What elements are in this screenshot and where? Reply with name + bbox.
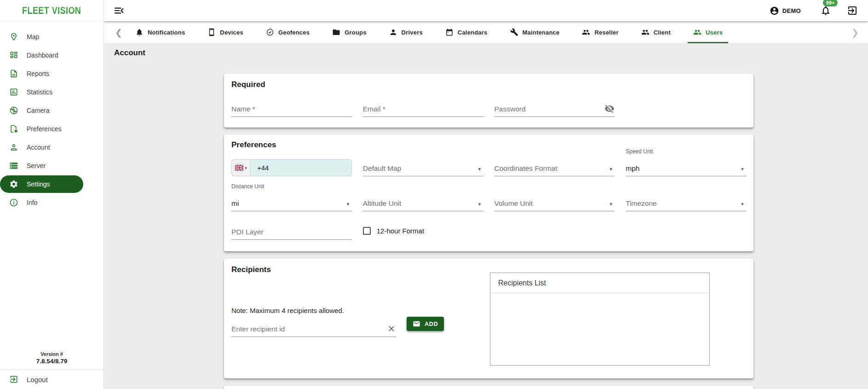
speed-unit-value: mph: [626, 164, 639, 173]
volume-unit-select[interactable]: Volume Unit ▼: [494, 191, 615, 211]
poi-layer-field[interactable]: [231, 221, 352, 240]
recipient-id-field[interactable]: [231, 319, 396, 337]
sidebar-item-label: Server: [27, 162, 46, 169]
topbar-right: DEMO 99+: [770, 5, 858, 16]
notifications-badge: 99+: [823, 0, 838, 6]
sidebar-item-label: Info: [27, 199, 37, 206]
logout-icon: [9, 375, 18, 384]
signout-button[interactable]: [847, 5, 858, 16]
bell-icon: [820, 5, 831, 16]
smartphone-icon: [207, 28, 216, 36]
user-menu[interactable]: DEMO: [770, 6, 801, 16]
recipient-id-input[interactable]: [231, 325, 396, 333]
visibility-off-icon[interactable]: [604, 104, 615, 114]
recipients-card: Recipients Note: Maximum 4 recipients al…: [224, 259, 753, 378]
phone-input[interactable]: [251, 160, 351, 176]
content-area: Account Required: [104, 44, 868, 389]
country-flag-select[interactable]: ▾: [231, 159, 250, 176]
recipients-list: Recipients List: [490, 273, 710, 366]
tab-label: Geofences: [278, 29, 310, 36]
tabbar: ❮ Notifications Devices: [104, 21, 868, 44]
bar-chart-icon: [9, 87, 18, 97]
person-icon: [389, 28, 397, 36]
tabs-scroll-left-icon[interactable]: ❮: [115, 21, 122, 43]
speed-unit-select[interactable]: Speed Unit mph ▼: [626, 156, 746, 176]
sidebar-item-reports[interactable]: Reports: [0, 64, 103, 83]
chevron-down-icon: ▼: [477, 202, 482, 207]
tab-reseller[interactable]: Reseller: [579, 21, 621, 43]
tab-groups[interactable]: Groups: [329, 21, 369, 43]
sidebar-item-label: Account: [27, 144, 50, 151]
distance-unit-value: mi: [231, 199, 239, 208]
recipient-input-row: [231, 319, 396, 337]
default-map-label: Default Map: [363, 164, 402, 173]
tab-calendars[interactable]: Calendars: [443, 21, 490, 43]
version-label: Version #: [0, 351, 103, 357]
distance-unit-label: Distance Unit: [231, 183, 264, 190]
tab-users[interactable]: Users: [690, 21, 725, 43]
tabs-scroll-right-icon[interactable]: ❯: [851, 21, 859, 43]
chevron-down-icon: ▼: [346, 202, 351, 207]
tab-drivers[interactable]: Drivers: [386, 21, 425, 43]
name-input[interactable]: [231, 105, 352, 113]
username: DEMO: [782, 7, 801, 14]
name-field[interactable]: [231, 97, 352, 117]
sidebar-item-label: Preferences: [27, 125, 61, 133]
app-root: FLEET VISION Map Dashboard Reports: [0, 0, 868, 389]
tab-client[interactable]: Client: [638, 21, 673, 43]
add-recipient-button[interactable]: ADD: [407, 317, 444, 331]
sidebar-item-camera[interactable]: Camera: [0, 101, 103, 120]
email-input[interactable]: [363, 105, 483, 113]
add-button-label: ADD: [425, 321, 438, 327]
gear-icon: [9, 180, 18, 189]
default-map-select[interactable]: Default Map ▼: [363, 156, 483, 176]
twelve-hour-checkbox[interactable]: [363, 227, 371, 235]
distance-unit-select[interactable]: Distance Unit mi ▼: [231, 191, 352, 211]
tab-label: Users: [706, 29, 723, 36]
sidebar-item-server[interactable]: Server: [0, 157, 103, 175]
email-field[interactable]: [363, 97, 483, 117]
wrench-icon: [510, 28, 518, 36]
recipients-note: Note: Maximum 4 recipients allowed.: [231, 307, 344, 314]
topbar: DEMO 99+: [104, 0, 868, 21]
password-input[interactable]: [494, 105, 615, 113]
menu-open-icon[interactable]: [113, 5, 125, 17]
brand-logo: FLEET VISION: [22, 5, 81, 17]
altitude-unit-select[interactable]: Altitude Unit ▼: [363, 191, 483, 211]
sidebar-spacer: [0, 212, 103, 351]
sidebar-item-dashboard[interactable]: Dashboard: [0, 46, 103, 64]
password-field[interactable]: [494, 97, 615, 117]
tab-label: Notifications: [148, 29, 185, 36]
phone-field: ▾: [231, 159, 352, 176]
altitude-unit-label: Altitude Unit: [363, 199, 402, 208]
info-circle-icon: [9, 198, 18, 207]
uk-flag-icon: [235, 165, 243, 171]
sidebar-item-label: Reports: [27, 70, 49, 77]
chevron-down-icon: ▼: [740, 167, 745, 172]
notifications-button[interactable]: 99+: [820, 5, 831, 16]
poi-layer-input[interactable]: [231, 228, 352, 236]
map-pin-icon: [9, 32, 18, 41]
sidebar-item-map[interactable]: Map: [0, 28, 103, 46]
required-card-title: Required: [231, 80, 746, 89]
dashboard-grid-icon: [9, 51, 18, 60]
logout-button[interactable]: Logout: [0, 370, 103, 389]
document-gear-icon: [9, 124, 18, 134]
sidebar-item-settings[interactable]: Settings: [0, 175, 83, 193]
report-document-icon: [9, 69, 18, 78]
sidebar-item-statistics[interactable]: Statistics: [0, 83, 103, 101]
sidebar-item-account[interactable]: Account: [0, 138, 103, 157]
timezone-select[interactable]: Timezone ▼: [626, 191, 746, 211]
tab-notifications[interactable]: Notifications: [132, 21, 188, 43]
tab-geofences[interactable]: Geofences: [263, 21, 312, 43]
folder-icon: [332, 28, 340, 36]
coordinates-format-select[interactable]: Coordinates Format ▼: [494, 156, 615, 176]
sidebar-item-preferences[interactable]: Preferences: [0, 120, 103, 138]
clear-icon[interactable]: [387, 324, 396, 333]
sidebar-item-info[interactable]: Info: [0, 193, 103, 212]
tab-label: Groups: [345, 29, 366, 36]
people-group-icon: [693, 28, 701, 36]
tab-devices[interactable]: Devices: [205, 21, 246, 43]
twelve-hour-label: 12-hour Format: [377, 227, 424, 235]
tab-maintenance[interactable]: Maintenance: [507, 21, 563, 43]
